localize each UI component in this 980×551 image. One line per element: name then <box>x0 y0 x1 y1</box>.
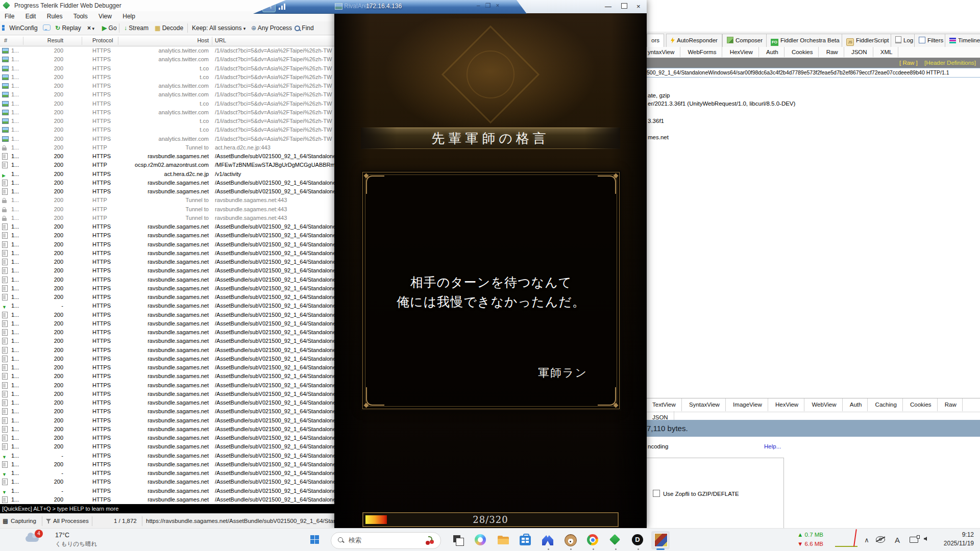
comment-button[interactable] <box>43 21 51 35</box>
session-row[interactable]: 1...200HTTPSravsbundle.sagames.net/Asset… <box>0 355 335 363</box>
quickexec-bar[interactable]: [QuickExec] ALT+Q > type HELP to learn m… <box>0 504 335 513</box>
display-tray-icon[interactable] <box>910 537 918 543</box>
session-row[interactable]: 1...200HTTPSravsbundle.sagames.net/Asset… <box>0 179 335 187</box>
vpn-app-button[interactable] <box>542 534 554 546</box>
tray-overflow-chevron[interactable]: ∧ <box>862 529 872 551</box>
session-row[interactable]: 1...200HTTPSravsbundle.sagames.net/Asset… <box>0 478 335 486</box>
session-row[interactable]: 1...200HTTPSravsbundle.sagames.net/Asset… <box>0 416 335 425</box>
session-row[interactable]: 1...200HTTPTunnel toact.hera.d2c.ne.jp:4… <box>0 143 335 152</box>
session-row[interactable]: 1...200HTTPSanalytics.twitter.com/1/i/ad… <box>0 108 335 117</box>
tab-cookies-response[interactable]: Cookies <box>904 398 938 411</box>
session-row[interactable]: 1...200HTTPSanalytics.twitter.com/1/i/ad… <box>0 46 335 55</box>
session-row[interactable]: 1...200HTTPSravsbundle.sagames.net/Asset… <box>0 328 335 337</box>
tab-autoresponder[interactable]: AutoResponder <box>666 34 722 47</box>
menu-file[interactable]: File <box>0 11 19 21</box>
session-row[interactable]: 1...200HTTPSt.co/1/i/adsct?bci=5&dv=Asia… <box>0 73 335 82</box>
weather-temp[interactable]: 17°C <box>55 532 69 539</box>
session-row[interactable]: 1...200HTTPSravsbundle.sagames.net/Asset… <box>0 442 335 451</box>
zopfli-checkbox[interactable] <box>653 490 660 497</box>
header-definitions-link[interactable]: [Header Definitions] <box>924 60 976 66</box>
capturing-icon[interactable]: ▩ <box>3 514 8 529</box>
session-row[interactable]: 1...200HTTPSravsbundle.sagames.net/Asset… <box>0 434 335 442</box>
session-row[interactable]: 1...200HTTPSravsbundle.sagames.net/Asset… <box>0 240 335 249</box>
session-row[interactable]: 1...200HTTPocsp.r2m02.amazontrust.com/MF… <box>0 161 335 169</box>
eye-off-icon[interactable] <box>876 536 885 543</box>
tab-timeline[interactable]: Timeline <box>945 34 980 47</box>
session-list[interactable]: 1...200HTTPSanalytics.twitter.com/1/i/ad… <box>0 46 335 504</box>
keep-sessions-dropdown[interactable]: Keep: All sessions ▾ <box>192 21 246 35</box>
remote-session-titlebar[interactable]: ⊣ RivalAren 172.16.4.136 –❐× <box>253 0 527 14</box>
game-close-button[interactable]: × <box>636 3 641 10</box>
tab-textview[interactable]: TextView <box>647 398 682 411</box>
replay-button[interactable]: ↻ Replay <box>55 21 81 35</box>
fiddler-taskbar-button[interactable] <box>609 534 622 546</box>
session-row[interactable]: 1...200HTTPTunnel toravsbundle.sagames.n… <box>0 214 335 222</box>
session-row[interactable]: 1...200HTTPSanalytics.twitter.com/1/i/ad… <box>0 55 335 64</box>
file-explorer-button[interactable] <box>497 534 509 546</box>
tab-webforms[interactable]: WebForms <box>682 47 722 57</box>
tab-fiddler-orchestra[interactable]: FOFiddler Orchestra Beta <box>766 34 844 47</box>
session-row[interactable]: 1...200HTTPSravsbundle.sagames.net/Asset… <box>0 363 335 372</box>
game-app-button-active[interactable] <box>651 531 670 549</box>
col-protocol[interactable]: Protocol <box>92 37 113 43</box>
col-host[interactable]: Host <box>117 37 209 43</box>
session-row[interactable]: 1...200HTTPSravsbundle.sagames.net/Asset… <box>0 258 335 266</box>
task-view-button[interactable] <box>452 534 464 546</box>
tab-caching[interactable]: Caching <box>870 398 903 411</box>
session-row[interactable]: 1...200HTTPSravsbundle.sagames.net/Asset… <box>0 231 335 240</box>
winconfig-button[interactable]: WinConfig <box>2 21 38 35</box>
weather-desc[interactable]: くもりのち晴れ <box>55 540 97 548</box>
session-row[interactable]: 1...200HTTPSanalytics.twitter.com/1/i/ad… <box>0 82 335 90</box>
tab-composer[interactable]: Composer <box>722 34 767 47</box>
tab-webview[interactable]: WebView <box>806 398 842 411</box>
session-row[interactable]: 1...200HTTPSravsbundle.sagames.net/Asset… <box>0 293 335 302</box>
tab-fiddlerscript[interactable]: JSFiddlerScript <box>842 34 894 47</box>
session-row[interactable]: 1...200HTTPSravsbundle.sagames.net/Asset… <box>0 222 335 231</box>
menu-rules[interactable]: Rules <box>42 11 67 21</box>
session-row[interactable]: 1...200HTTPSravsbundle.sagames.net/Asset… <box>0 284 335 293</box>
session-row[interactable]: 1...200HTTPTunnel toravsbundle.sagames.n… <box>0 205 335 214</box>
copilot-button[interactable] <box>475 534 487 546</box>
tab-raw-response[interactable]: Raw <box>939 398 963 411</box>
session-row[interactable]: 1...200HTTPSravsbundle.sagames.net/Asset… <box>0 266 335 275</box>
tab-auth[interactable]: Auth <box>761 47 785 57</box>
session-row[interactable]: 1...200HTTPSt.co/1/i/adsct?bci=5&dv=Asia… <box>0 64 335 73</box>
session-row[interactable]: 1...200HTTPSravsbundle.sagames.net/Asset… <box>0 390 335 398</box>
game-minimize-button[interactable]: — <box>605 3 611 10</box>
session-row[interactable]: 1...200HTTPSravsbundle.sagames.net/Asset… <box>0 495 335 504</box>
session-row[interactable]: ▶1...200HTTPSact.hera.d2c.ne.jp/v1/activ… <box>0 170 335 179</box>
ime-mode-indicator[interactable]: A <box>892 529 902 551</box>
session-row[interactable]: 1...200HTTPSravsbundle.sagames.net/Asset… <box>0 460 335 469</box>
d-app-button[interactable]: D <box>632 534 644 546</box>
tab-raw[interactable]: Raw <box>821 47 844 57</box>
session-row[interactable]: ▼1...-HTTPSravsbundle.sagames.net/AssetB… <box>0 452 335 460</box>
tab-inspectors[interactable]: ors <box>647 34 664 47</box>
session-row[interactable]: 1...200HTTPSt.co/1/i/adsct?bci=5&dv=Asia… <box>0 99 335 108</box>
session-row[interactable]: 1...200HTTPSanalytics.twitter.com/1/i/ad… <box>0 135 335 143</box>
session-row[interactable]: 1...200HTTPSt.co/1/i/adsct?bci=5&dv=Asia… <box>0 117 335 126</box>
session-row[interactable]: 1...200HTTPSravsbundle.sagames.net/Asset… <box>0 276 335 284</box>
capturing-label[interactable]: Capturing <box>11 514 36 529</box>
taskbar-search[interactable]: 検索 <box>331 532 441 549</box>
dog-app-button[interactable] <box>565 534 577 546</box>
any-process-button[interactable]: ⊕ Any Process <box>251 21 292 35</box>
session-row[interactable]: 1...200HTTPSravsbundle.sagames.net/Asset… <box>0 425 335 434</box>
tab-hexview-response[interactable]: HexView <box>770 398 804 411</box>
request-line[interactable]: 500_92_1_64/StandaloneWindows64/sar00f98… <box>647 68 980 78</box>
tab-imageview[interactable]: ImageView <box>727 398 768 411</box>
help-link[interactable]: Help... <box>764 443 781 449</box>
col-result[interactable]: Result <box>31 37 63 43</box>
session-row[interactable]: 1...200HTTPSravsbundle.sagames.net/Asset… <box>0 407 335 416</box>
tab-syntaxview[interactable]: yntaxView <box>647 47 680 57</box>
tab-filters[interactable]: Filters <box>914 34 948 47</box>
tab-xml[interactable]: XML <box>875 47 899 57</box>
stream-button[interactable]: ↓ Stream <box>124 21 149 35</box>
session-row[interactable]: 1...200HTTPSanalytics.twitter.com/1/i/ad… <box>0 90 335 99</box>
go-button[interactable]: ▶ Go <box>102 21 117 35</box>
session-row[interactable]: 1...200HTTPSravsbundle.sagames.net/Asset… <box>0 337 335 345</box>
tab-syntaxview-response[interactable]: SyntaxView <box>683 398 726 411</box>
tab-auth-response[interactable]: Auth <box>844 398 868 411</box>
decode-button[interactable]: ▦ Decode <box>155 21 183 35</box>
menu-help[interactable]: Help <box>118 11 140 21</box>
microsoft-store-button[interactable] <box>520 534 532 546</box>
